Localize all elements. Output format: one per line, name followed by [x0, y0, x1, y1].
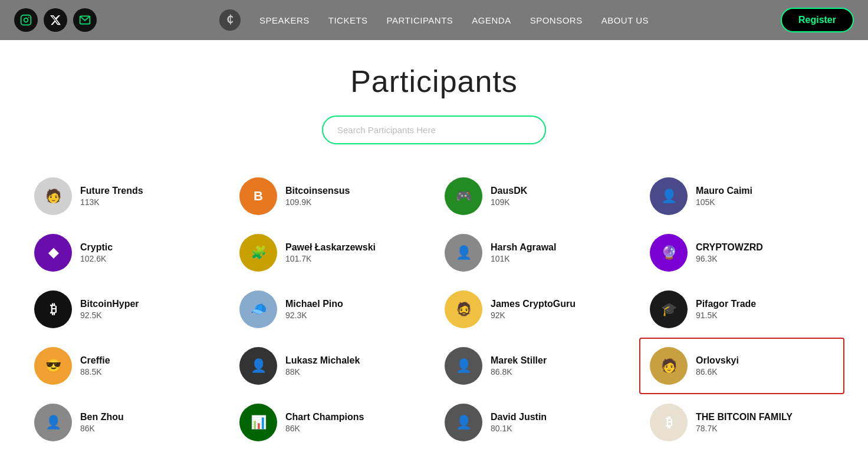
page-title: Participants: [0, 40, 868, 115]
participant-info: Mauro Caimi105K: [696, 186, 752, 207]
participant-name: THE BITCOIN FAMILY: [696, 412, 793, 422]
participant-name: Creffie: [80, 355, 110, 366]
participant-name: David Justin: [491, 412, 547, 422]
participant-item[interactable]: ₿THE BITCOIN FAMILY78.7K: [639, 394, 844, 451]
avatar: 🧢: [239, 290, 277, 328]
participant-item[interactable]: 👤Marek Stiller86.8K: [434, 338, 639, 394]
participant-info: CRYPTOWZRD96.3K: [696, 242, 763, 263]
participant-item[interactable]: 🧢Michael Pino92.3K: [229, 281, 434, 338]
participant-info: Bitcoinsensus109.9K: [285, 186, 350, 207]
participant-name: Michael Pino: [285, 299, 343, 309]
participant-item[interactable]: 🎮DausDK109K: [434, 168, 639, 224]
participant-name: Cryptic: [80, 242, 113, 253]
participant-count: 105K: [696, 197, 752, 207]
participant-item[interactable]: 😎Creffie88.5K: [24, 338, 229, 394]
register-button[interactable]: Register: [781, 8, 854, 32]
header: ₵ SPEAKERS TICKETS PARTICIPANTS AGENDA S…: [0, 0, 868, 40]
participant-item[interactable]: 👤Harsh Agrawal101K: [434, 224, 639, 281]
avatar: 🔮: [650, 234, 688, 272]
participant-info: Harsh Agrawal101K: [491, 242, 556, 263]
participant-item[interactable]: 👤Lukasz Michalek88K: [229, 338, 434, 394]
main-content: Participants 🧑Future Trends113KBBitcoins…: [0, 40, 868, 459]
participant-item[interactable]: 🧔James CryptoGuru92K: [434, 281, 639, 338]
avatar: 👤: [239, 347, 277, 385]
participant-count: 91.5K: [696, 311, 756, 320]
participant-name: DausDK: [491, 186, 527, 196]
participant-item[interactable]: 👤Ben Zhou86K: [24, 394, 229, 451]
avatar: 🧔: [445, 290, 482, 328]
nav-speakers[interactable]: SPEAKERS: [259, 15, 310, 25]
participant-info: Pifagor Trade91.5K: [696, 299, 756, 320]
participant-info: Orlovskyi86.6K: [696, 355, 739, 377]
participant-item[interactable]: 🦍Pan Paragraf75.7K: [434, 451, 639, 459]
participant-name: Chart Champions: [285, 412, 364, 422]
participant-count: 92.3K: [285, 311, 343, 320]
nav-agenda[interactable]: AGENDA: [472, 15, 511, 25]
nav-logo[interactable]: ₵: [219, 9, 241, 31]
participant-count: 109K: [491, 197, 527, 207]
participant-item[interactable]: 🧑Future Trends113K: [24, 168, 229, 224]
avatar: 🧑: [34, 177, 72, 215]
participant-count: 101.7K: [285, 254, 376, 263]
avatar: 🎓: [650, 290, 688, 328]
main-nav: ₵ SPEAKERS TICKETS PARTICIPANTS AGENDA S…: [219, 9, 649, 31]
instagram-button[interactable]: [14, 8, 38, 32]
participant-count: 86K: [285, 424, 364, 433]
avatar: ₿: [650, 404, 688, 441]
avatar: 👤: [34, 404, 72, 441]
participant-item[interactable]: 📊Chart Champions86K: [229, 394, 434, 451]
participant-item[interactable]: 🦅The Birb Nest75.3K: [639, 451, 844, 459]
participant-item[interactable]: ₿BitcoinHyper92.5K: [24, 281, 229, 338]
participant-info: Ben Zhou86K: [80, 412, 124, 433]
participant-count: 101K: [491, 254, 556, 263]
participant-item[interactable]: 🧑Orlovskyi86.6K: [639, 338, 844, 394]
nav-participants[interactable]: PARTICIPANTS: [387, 15, 453, 25]
nav-tickets[interactable]: TICKETS: [328, 15, 368, 25]
header-left: [14, 8, 97, 32]
participant-count: 86.8K: [491, 367, 547, 377]
twitter-x-button[interactable]: [44, 8, 67, 32]
participant-count: 96.3K: [696, 254, 763, 263]
avatar: 🧩: [239, 234, 277, 272]
participant-item[interactable]: 👤Mauro Caimi105K: [639, 168, 844, 224]
svg-point-2: [28, 17, 29, 18]
participants-wrapper: 🧑Future Trends113KBBitcoinsensus109.9K🎮D…: [0, 168, 868, 459]
participant-name: Marek Stiller: [491, 355, 547, 366]
participant-count: 86.6K: [696, 367, 739, 377]
participant-count: 92K: [491, 311, 576, 320]
participant-count: 88.5K: [80, 367, 110, 377]
participant-count: 102.6K: [80, 254, 113, 263]
participant-item[interactable]: 👔GiannisAndreou76K: [229, 451, 434, 459]
participant-name: BitcoinHyper: [80, 299, 139, 309]
avatar: 👤: [445, 347, 482, 385]
participant-name: Lukasz Michalek: [285, 355, 360, 366]
participant-item[interactable]: ◆Cryptic102.6K: [24, 224, 229, 281]
participant-info: Lukasz Michalek88K: [285, 355, 360, 377]
participant-info: DausDK109K: [491, 186, 527, 207]
svg-rect-0: [21, 15, 31, 25]
avatar: 🧑: [650, 347, 688, 385]
participant-item[interactable]: 🎓Pifagor Trade91.5K: [639, 281, 844, 338]
participants-grid: 🧑Future Trends113KBBitcoinsensus109.9K🎮D…: [24, 168, 844, 459]
participant-item[interactable]: 🔮CRYPTOWZRD96.3K: [639, 224, 844, 281]
avatar: 📊: [239, 404, 277, 441]
participant-count: 88K: [285, 367, 360, 377]
search-input[interactable]: [322, 115, 546, 144]
participant-count: 86K: [80, 424, 124, 433]
participant-count: 80.1K: [491, 424, 547, 433]
participant-item[interactable]: MMurasX77.3K: [24, 451, 229, 459]
avatar: 😎: [34, 347, 72, 385]
participant-info: Michael Pino92.3K: [285, 299, 343, 320]
participant-name: Paweł Łaskarzewski: [285, 242, 376, 253]
participant-item[interactable]: 👤David Justin80.1K: [434, 394, 639, 451]
participant-item[interactable]: 🧩Paweł Łaskarzewski101.7K: [229, 224, 434, 281]
nav-about-us[interactable]: ABOUT US: [601, 15, 649, 25]
nav-sponsors[interactable]: SPONSORS: [530, 15, 583, 25]
participant-item[interactable]: BBitcoinsensus109.9K: [229, 168, 434, 224]
avatar: B: [239, 177, 277, 215]
avatar: 👤: [650, 177, 688, 215]
search-container: [0, 115, 868, 144]
email-button[interactable]: [73, 8, 97, 32]
svg-text:₵: ₵: [226, 14, 233, 25]
participant-count: 78.7K: [696, 424, 793, 433]
